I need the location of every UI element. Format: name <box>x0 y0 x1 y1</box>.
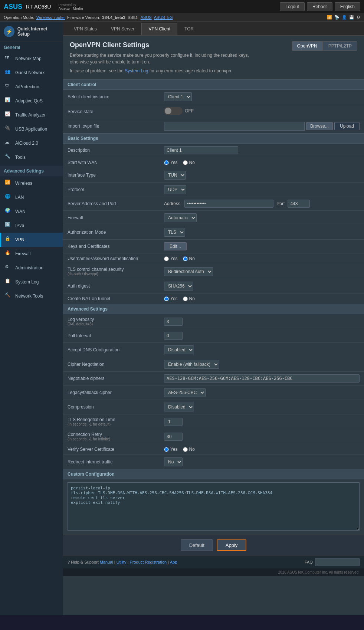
compression-dropdown[interactable]: Disabled <box>164 403 194 411</box>
manual-link[interactable]: Manual <box>100 560 113 564</box>
sidebar-item-ipv6[interactable]: 6️⃣ IPv6 <box>0 219 63 233</box>
product-reg-link[interactable]: Product Registration <box>129 560 167 564</box>
faq-input[interactable] <box>315 558 360 566</box>
start-wan-yes-label: Yes <box>170 160 178 165</box>
sidebar-item-tools[interactable]: 🔧 Tools <box>0 150 63 164</box>
create-nat-no-radio[interactable] <box>183 296 188 301</box>
quick-internet-setup[interactable]: ⚡ Quick Internet Setup <box>0 22 63 42</box>
sidebar-label-firewall: Firewall <box>15 251 30 256</box>
sidebar-item-firewall[interactable]: 🔥 Firewall <box>0 247 63 261</box>
firewall-control: Automatic <box>164 213 360 222</box>
username-auth-row: Username/Password Authentication Yes No <box>63 253 364 264</box>
sidebar-item-system-log[interactable]: 📋 System Log <box>0 275 63 289</box>
create-nat-yes-label: Yes <box>170 296 178 301</box>
app-link[interactable]: App <box>170 560 177 564</box>
apply-button[interactable]: Apply <box>217 539 247 551</box>
sidebar-item-wireless[interactable]: 📶 Wireless <box>0 176 63 190</box>
create-nat-yes-radio[interactable] <box>164 296 169 301</box>
tab-vpn-server[interactable]: VPN Server <box>104 23 141 35</box>
edit-keys-button[interactable]: Edit... <box>164 242 187 250</box>
sidebar-label-network-tools: Network Tools <box>15 293 43 299</box>
sidebar-item-administration[interactable]: ⚙ Administration <box>0 261 63 275</box>
sidebar-item-usb-application[interactable]: 🔌 USB Application <box>0 122 63 136</box>
cipher-neg-row: Cipher Negotiation Enable (with fallback… <box>63 357 364 372</box>
accept-dns-dropdown[interactable]: Disabled <box>164 345 194 354</box>
verify-cert-yes-label: Yes <box>170 447 178 452</box>
log-verbosity-input[interactable] <box>164 318 183 326</box>
redirect-traffic-dropdown[interactable]: No <box>164 457 183 466</box>
verify-cert-yes-option[interactable]: Yes <box>164 447 178 452</box>
tab-tor[interactable]: TOR <box>177 23 201 35</box>
log-verbosity-control <box>164 318 360 326</box>
service-state-toggle[interactable]: OFF <box>164 107 194 115</box>
cipher-neg-dropdown[interactable]: Enable (with fallback) <box>164 360 219 369</box>
sidebar-item-vpn[interactable]: 🔒 VPN <box>0 233 63 247</box>
bottom-bar: ? Help & Support Manual | Utility | Prod… <box>63 555 364 568</box>
openvpn-mode-button[interactable]: OpenVPN <box>292 41 323 51</box>
legacy-cipher-label: Legacy/fallback cipher <box>68 390 164 395</box>
protocol-dropdown[interactable]: UDP <box>164 185 186 194</box>
verify-cert-no-radio[interactable] <box>183 447 188 452</box>
create-nat-no-option[interactable]: No <box>183 296 195 301</box>
tls-reneg-input[interactable] <box>164 418 183 426</box>
language-button[interactable]: English <box>335 2 360 11</box>
conn-retry-input[interactable] <box>164 433 183 441</box>
sidebar-item-guest-network[interactable]: 👥 Guest Network <box>0 66 63 80</box>
start-wan-no-radio[interactable] <box>183 160 188 165</box>
sidebar-label-wireless: Wireless <box>15 181 32 186</box>
tab-vpn-client[interactable]: VPN Client <box>141 23 177 35</box>
sidebar-item-adaptive-qos[interactable]: 📊 Adaptive QoS <box>0 94 63 108</box>
username-auth-no-option[interactable]: No <box>183 256 195 261</box>
browse-button[interactable]: Browse... <box>306 122 333 130</box>
verify-cert-yes-radio[interactable] <box>164 447 169 452</box>
sidebar-item-traffic-analyzer[interactable]: 📈 Traffic Analyzer <box>0 108 63 122</box>
username-auth-yes-radio[interactable] <box>164 256 169 261</box>
administration-icon: ⚙ <box>5 264 12 272</box>
auth-digest-dropdown[interactable]: SHA256 <box>164 282 193 291</box>
sidebar-item-network-tools[interactable]: 🔨 Network Tools <box>0 289 63 303</box>
username-auth-yes-option[interactable]: Yes <box>164 256 178 261</box>
upload-button[interactable]: Upload <box>334 122 360 130</box>
content-area: VPN Status VPN Server VPN Client TOR Ope… <box>63 22 364 615</box>
sidebar-item-wan[interactable]: 🌍 WAN <box>0 204 63 219</box>
description-input[interactable] <box>164 146 238 154</box>
sidebar-label-ipv6: IPv6 <box>15 223 24 228</box>
poll-interval-input[interactable] <box>164 332 183 340</box>
system-log-link[interactable]: System Log <box>125 68 148 73</box>
create-nat-yes-option[interactable]: Yes <box>164 296 178 301</box>
start-wan-yes-option[interactable]: Yes <box>164 160 178 165</box>
interface-type-dropdown[interactable]: TUN <box>164 171 186 180</box>
tab-vpn-status[interactable]: VPN Status <box>67 23 104 35</box>
neg-ciphers-input[interactable] <box>164 374 360 383</box>
tls-control-dropdown[interactable]: Bi-directional Auth <box>164 267 213 276</box>
server-address-input[interactable] <box>184 200 273 208</box>
verify-cert-radio-group: Yes No <box>164 447 360 452</box>
default-button[interactable]: Default <box>181 539 213 551</box>
conn-retry-control <box>164 433 360 441</box>
server-port-input[interactable] <box>288 200 310 208</box>
logout-button[interactable]: Logout <box>280 2 305 11</box>
verify-cert-no-option[interactable]: No <box>183 447 195 452</box>
utility-link[interactable]: Utility <box>117 560 127 564</box>
ssid-value[interactable]: ASUS <box>141 15 152 20</box>
desc4: for any error message related to openvpn… <box>150 68 232 73</box>
username-auth-no-radio[interactable] <box>183 256 188 261</box>
select-instance-dropdown[interactable]: Client 1 <box>164 92 192 101</box>
start-wan-yes-radio[interactable] <box>164 160 169 165</box>
sidebar-item-network-map[interactable]: 🗺 Network Map <box>0 52 63 66</box>
firewall-dropdown[interactable]: Automatic <box>164 213 197 222</box>
topbar: ASUS RT-AC68U Powered by Asuswrt-Merlin … <box>0 0 364 13</box>
log-verbosity-row: Log verbosity (0-6, default=3) <box>63 314 364 329</box>
operation-mode-value[interactable]: Wireless_router <box>36 15 65 20</box>
auth-mode-dropdown[interactable]: TLS <box>164 228 185 237</box>
sidebar-item-aiprotection[interactable]: 🛡 AiProtection <box>0 80 63 94</box>
username-auth-radio-group: Yes No <box>164 256 360 261</box>
start-wan-no-option[interactable]: No <box>183 160 195 165</box>
reboot-button[interactable]: Reboot <box>307 2 332 11</box>
custom-config-textarea[interactable]: persist-local-ip tls-cipher TLS-DHE-RSA-… <box>68 482 360 531</box>
sidebar-item-lan[interactable]: 🌐 LAN <box>0 190 63 204</box>
ssid-5g-value[interactable]: ASUS_5G <box>154 15 173 20</box>
pptp-mode-button[interactable]: PPTP/L2TP <box>323 41 357 51</box>
sidebar-item-aicloud[interactable]: ☁ AiCloud 2.0 <box>0 136 63 150</box>
legacy-cipher-dropdown[interactable]: AES-256-CBC <box>164 388 206 397</box>
